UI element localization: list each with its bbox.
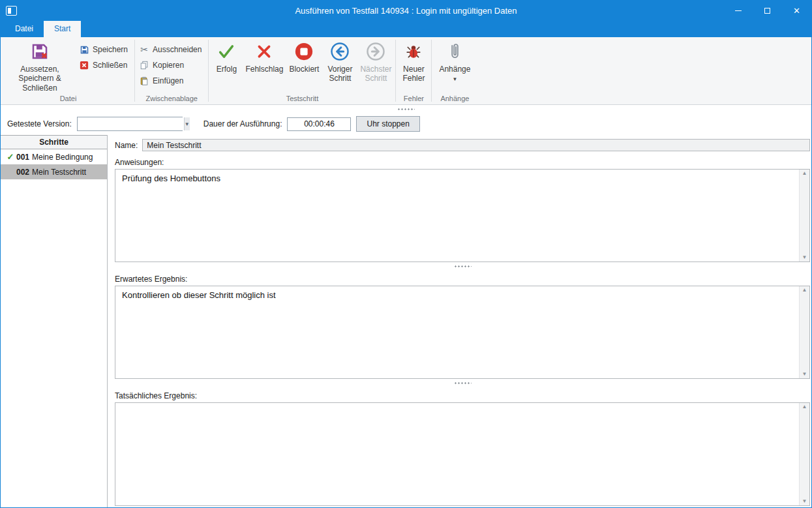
step-label: Meine Bedingung: [32, 153, 93, 162]
tested-version-label: Getestete Version:: [7, 119, 72, 128]
maximize-icon: [764, 8, 770, 14]
next-step-button[interactable]: Nächster Schritt: [357, 38, 394, 94]
chevron-down-icon: ▼: [185, 121, 190, 127]
expected-result-textarea[interactable]: Kontrollieren ob dieser Schritt möglich …: [115, 286, 810, 379]
window-controls: ✕: [723, 1, 811, 20]
expected-result-scrollbar[interactable]: ▲ ▼: [799, 286, 809, 378]
instructions-textarea[interactable]: Prüfung des Homebuttons ▲ ▼: [115, 169, 810, 262]
splitter-dots: [397, 108, 415, 110]
section-splitter-handle[interactable]: [115, 262, 810, 270]
prev-step-icon: [330, 41, 350, 62]
paste-icon: [139, 76, 149, 86]
step-passed-check-icon: ✓: [5, 152, 16, 162]
ribbon: Aussetzen, Speichern & Schließen Speiche…: [1, 37, 811, 105]
scroll-down-icon: ▼: [802, 499, 807, 504]
scroll-down-icon: ▼: [802, 372, 807, 377]
minimize-button[interactable]: [723, 1, 753, 20]
scroll-up-icon: ▲: [802, 404, 807, 410]
ribbon-tabs: Datei Start: [1, 20, 811, 37]
prev-step-label: Voriger Schritt: [325, 65, 354, 83]
group-label-anhaenge: Anhänge: [433, 94, 476, 104]
blocked-label: Blockiert: [289, 65, 319, 74]
scroll-up-icon: ▲: [802, 288, 807, 293]
splitter-dots: [454, 265, 472, 267]
save-label: Speichern: [93, 45, 128, 54]
content-area: Schritte ✓ 001 Meine Bedingung 002 Mein …: [1, 135, 811, 507]
actual-result-text[interactable]: [115, 403, 799, 505]
copy-button[interactable]: Kopieren: [139, 60, 202, 70]
paperclip-icon: [447, 41, 462, 62]
section-splitter-handle[interactable]: [115, 379, 810, 387]
steps-panel: Schritte ✓ 001 Meine Bedingung 002 Mein …: [1, 135, 108, 507]
next-step-icon: [366, 41, 385, 62]
expected-result-text[interactable]: Kontrollieren ob dieser Schritt möglich …: [115, 286, 799, 378]
datei-small-buttons: Speichern Schließen: [76, 38, 133, 94]
step-row-001[interactable]: ✓ 001 Meine Bedingung: [1, 149, 107, 164]
step-detail-panel: Name: Anweisungen: Prüfung des Homebutto…: [112, 135, 811, 507]
group-label-fehler: Fehler: [397, 94, 430, 104]
blocked-button[interactable]: Blockiert: [286, 38, 322, 94]
success-check-icon: [217, 41, 235, 62]
scroll-down-icon: ▼: [802, 255, 807, 260]
paste-button[interactable]: Einfügen: [139, 76, 202, 86]
instructions-scrollbar[interactable]: ▲ ▼: [799, 170, 809, 261]
close-file-button[interactable]: Schließen: [79, 60, 128, 70]
cut-label: Ausschneiden: [153, 45, 202, 54]
copy-icon: [139, 60, 149, 70]
step-row-002[interactable]: 002 Mein Testschritt: [1, 164, 107, 179]
step-number: 002: [16, 168, 29, 177]
new-error-label: Neuer Fehler: [400, 65, 427, 83]
vertical-splitter[interactable]: [108, 135, 112, 507]
step-number: 001: [16, 153, 29, 162]
prev-step-button[interactable]: Voriger Schritt: [322, 38, 357, 94]
name-row: Name:: [115, 139, 810, 151]
attachments-button[interactable]: Anhänge ▼: [433, 38, 476, 94]
copy-label: Kopieren: [153, 61, 184, 70]
tested-version-combo[interactable]: ▼: [77, 117, 183, 131]
instructions-label: Anweisungen:: [115, 158, 810, 167]
blocked-stop-icon: [294, 41, 314, 62]
steps-header: Schritte: [1, 135, 107, 149]
group-label-zwischenablage: Zwischenablage: [136, 94, 207, 104]
duration-input[interactable]: [287, 117, 351, 131]
tab-datei[interactable]: Datei: [5, 21, 44, 37]
save-suspend-icon: [30, 41, 50, 62]
new-error-button[interactable]: Neuer Fehler: [397, 38, 430, 94]
attachments-dropdown-icon: ▼: [452, 77, 457, 82]
save-button[interactable]: Speichern: [79, 44, 128, 55]
actual-result-textarea[interactable]: ▲ ▼: [115, 402, 810, 506]
maximize-button[interactable]: [753, 1, 782, 20]
scissors-icon: ✂: [139, 44, 149, 55]
ribbon-group-datei: Aussetzen, Speichern & Schließen Speiche…: [2, 37, 134, 104]
tab-start[interactable]: Start: [44, 21, 81, 37]
tested-version-dropdown-button[interactable]: ▼: [184, 117, 190, 130]
suspend-save-close-button[interactable]: Aussetzen, Speichern & Schließen: [3, 38, 76, 94]
instructions-text[interactable]: Prüfung des Homebuttons: [115, 170, 799, 261]
options-row: Getestete Version: ▼ Dauer der Ausführun…: [1, 113, 811, 135]
success-label: Erfolg: [217, 65, 237, 74]
close-icon: ✕: [793, 7, 800, 15]
app-icon[interactable]: [6, 6, 17, 16]
success-button[interactable]: Erfolg: [210, 38, 243, 94]
stop-clock-button[interactable]: Uhr stoppen: [356, 116, 419, 132]
fail-button[interactable]: Fehlschlag: [243, 38, 286, 94]
save-icon: [79, 44, 89, 55]
ribbon-group-fehler: Neuer Fehler Fehler: [396, 37, 431, 104]
scroll-up-icon: ▲: [802, 171, 807, 176]
fail-x-icon: [256, 41, 273, 62]
app-window: Ausführen von Testfall 140934 : Login mi…: [0, 0, 812, 508]
cut-button[interactable]: ✂ Ausschneiden: [139, 44, 202, 55]
name-field[interactable]: [142, 139, 810, 151]
duration-label: Dauer der Ausführung:: [203, 119, 282, 128]
tested-version-input[interactable]: [78, 117, 184, 130]
bug-icon: [405, 41, 422, 62]
minimize-icon: [735, 10, 742, 11]
paste-label: Einfügen: [153, 76, 183, 85]
close-button[interactable]: ✕: [782, 1, 811, 20]
splitter-dots: [454, 382, 472, 384]
ribbon-splitter-handle[interactable]: [1, 105, 811, 113]
actual-result-label: Tatsächliches Ergebnis:: [115, 391, 810, 400]
actual-result-scrollbar[interactable]: ▲ ▼: [799, 403, 809, 505]
fail-label: Fehlschlag: [245, 65, 283, 74]
window-title: Ausführen von Testfall 140934 : Login mi…: [1, 6, 811, 16]
